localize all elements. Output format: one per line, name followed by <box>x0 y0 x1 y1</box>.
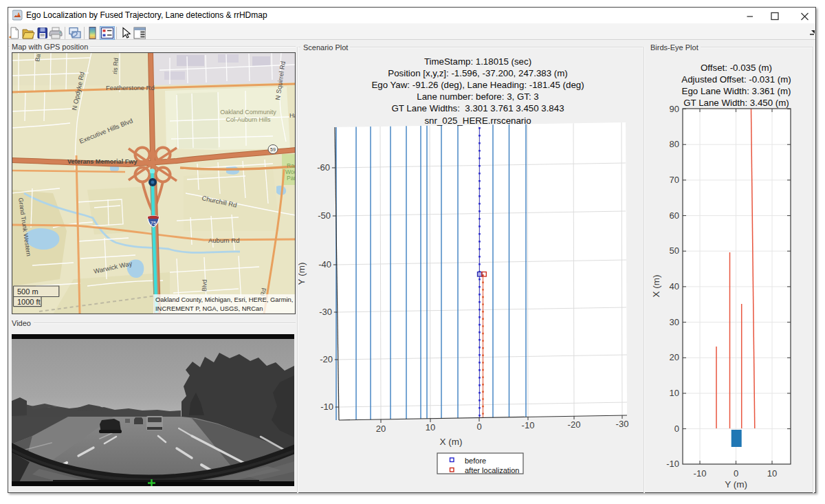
svg-text:Featherstone Rd: Featherstone Rd <box>106 84 155 91</box>
svg-text:30: 30 <box>670 317 679 327</box>
svg-text:Veterans Memorial Fwy: Veterans Memorial Fwy <box>67 158 138 165</box>
svg-text:40: 40 <box>670 281 679 292</box>
svg-text:Y (m): Y (m) <box>725 479 747 490</box>
svg-text:-10: -10 <box>694 468 707 479</box>
svg-text:70: 70 <box>670 175 679 185</box>
svg-text:59: 59 <box>270 147 276 152</box>
svg-text:20: 20 <box>670 352 679 362</box>
svg-text:Oakland Community: Oakland Community <box>220 109 276 116</box>
svg-text:80: 80 <box>670 139 679 149</box>
svg-text:500 m: 500 m <box>17 287 38 296</box>
svg-text:10: 10 <box>670 388 679 398</box>
svg-text:ris Rd: ris Rd <box>111 58 120 74</box>
svg-text:-30: -30 <box>616 419 629 429</box>
svg-text:-20: -20 <box>568 419 581 430</box>
svg-text:before: before <box>465 457 486 465</box>
svg-text:10: 10 <box>767 468 777 479</box>
svg-text:-20: -20 <box>320 354 333 364</box>
svg-text:Ba: Ba <box>34 54 42 63</box>
svg-text:-50: -50 <box>318 210 331 221</box>
svg-text:Ha: Ha <box>289 112 296 119</box>
svg-text:-10: -10 <box>666 459 679 469</box>
svg-text:X (m): X (m) <box>651 275 661 298</box>
svg-text:0: 0 <box>734 468 738 479</box>
svg-text:20: 20 <box>376 424 386 434</box>
svg-text:1000 ft: 1000 ft <box>17 298 41 306</box>
svg-text:Y (m): Y (m) <box>298 263 307 285</box>
svg-text:-30: -30 <box>319 307 332 317</box>
svg-text:50: 50 <box>670 245 679 256</box>
svg-text:10: 10 <box>426 422 435 432</box>
svg-text:Auburn Rd: Auburn Rd <box>208 237 239 244</box>
svg-text:60: 60 <box>670 210 679 221</box>
svg-text:Col-Auburn Hills: Col-Auburn Hills <box>226 116 271 123</box>
svg-text:75: 75 <box>151 220 156 226</box>
svg-text:X (m): X (m) <box>440 437 463 447</box>
svg-text:Blvd: Blvd <box>201 279 208 292</box>
svg-text:Oakland County, Michigan, Esri: Oakland County, Michigan, Esri, HERE, Ga… <box>155 296 293 303</box>
svg-text:0: 0 <box>476 421 481 432</box>
svg-text:Par: Par <box>287 175 296 182</box>
svg-text:after localization: after localization <box>465 466 520 474</box>
svg-text:-60: -60 <box>317 162 330 173</box>
svg-text:INCREMENT P, NGA, USGS, NRCan: INCREMENT P, NGA, USGS, NRCan <box>155 305 263 312</box>
svg-text:-40: -40 <box>318 259 331 270</box>
svg-text:0: 0 <box>674 424 679 434</box>
svg-text:-10: -10 <box>522 420 535 430</box>
svg-text:-10: -10 <box>320 402 333 412</box>
